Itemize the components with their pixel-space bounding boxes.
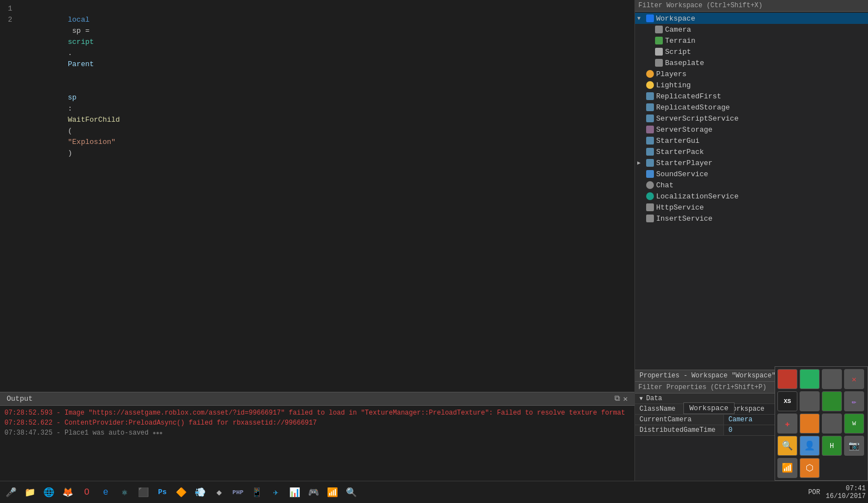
tree-item-chat[interactable]: Chat [635,180,868,191]
toolbox-btn-5[interactable]: XS [777,391,797,411]
chat-icon [646,181,654,189]
tree-item-replicatedfirst[interactable]: ReplicatedFirst [635,91,868,102]
taskbar-icon-opera[interactable]: O [78,484,96,501]
code-string: "Explosion" [68,138,116,146]
code-paren-close: ) [68,149,72,157]
toolbox-btn-18[interactable]: ⬡ [800,458,820,478]
insertservice-label: InsertService [656,215,712,223]
toolbox-btn-10[interactable] [800,414,820,434]
serverscriptservice-icon [646,114,654,122]
localizationservice-icon [646,192,654,200]
tree-item-serverstorage[interactable]: ServerStorage [635,124,868,135]
tree-item-starterpack[interactable]: StarterPack [635,146,868,157]
taskbar-icon-whatsapp[interactable]: 📱 [248,484,266,501]
tree-item-workspace[interactable]: ▼ Workspace [635,13,868,24]
toolbox-btn-12[interactable]: W [844,414,864,434]
tree-item-startergui[interactable]: StarterGui [635,135,868,146]
explorer-panel: Filter Workspace (Ctrl+Shift+X) ▼ Worksp… [635,0,868,370]
tree-item-script[interactable]: Script [635,46,868,57]
toolbox-btn-2[interactable] [800,369,820,389]
tree-item-starterplayer[interactable]: ▶ StarterPlayer [635,157,868,168]
keyword-parent: Parent [68,60,94,68]
explorer-tree[interactable]: ▼ Workspace Camera Terrain [635,12,868,370]
taskbar-icon-files[interactable]: 📁 [21,484,39,501]
taskbar-icon-unity[interactable]: ◆ [210,484,228,501]
toolbox-btn-8[interactable]: ✏ [844,391,864,411]
taskbar-icon-search[interactable]: 🔍 [343,484,360,501]
toolbox-btn-14[interactable]: 👤 [800,436,820,456]
taskbar-icon-terminal[interactable]: ⬛ [135,484,152,501]
tree-item-insertservice[interactable]: InsertService [635,213,868,224]
taskbar-icon-atom[interactable]: ⚛ [116,484,133,501]
taskbar-icon-telegram[interactable]: ✈ [267,484,285,501]
output-line-1: 07:28:52.593 - Image "https://assetgame.… [4,408,630,418]
taskbar-icon-firefox[interactable]: 🦊 [59,484,77,501]
tree-item-replicatedstorage[interactable]: ReplicatedStorage [635,102,868,113]
toolbox-btn-16[interactable]: 📷 [844,436,864,456]
lighting-label: Lighting [656,81,691,89]
taskbar-icon-ie[interactable]: e [97,484,115,501]
code-text: sp = [68,27,94,35]
output-line-2: 07:28:52.622 - ContentProvider:PreloadAs… [4,418,630,428]
code-lines[interactable]: local sp = script . Parent sp : WaitForC… [20,2,634,390]
serverscriptservice-label: ServerScriptService [656,114,738,123]
taskbar-lang: POR [805,489,824,496]
toolbox-grid: ✕ XS ✏ ✚ W 🔍 👤 H 📷 📶 ⬡ [775,366,868,481]
currentcamera-label: CurrentCamera [635,415,724,425]
toolbox-btn-4[interactable]: ✕ [844,369,864,389]
output-panel: Output ⧉ ✕ 07:28:52.593 - Image "https:/… [0,392,634,481]
toolbox-btn-1[interactable] [777,369,797,389]
taskbar-icon-taskmgr[interactable]: 📊 [286,484,304,501]
camera-icon [655,26,663,33]
tree-item-players[interactable]: Players [635,68,868,79]
taskbar: 🎤 📁 🌐 🦊 O e ⚛ ⬛ Ps 🔶 💨 ◆ PHP 📱 ✈ 📊 🎮 📶 🔍… [0,481,868,503]
toolbox-btn-3[interactable] [822,369,842,389]
tree-item-localizationservice[interactable]: LocalizationService [635,191,868,202]
taskbar-right: POR 07:41 16/10/2017 [805,485,866,500]
serverstorage-icon [646,126,654,133]
taskbar-icon-ps[interactable]: Ps [153,484,171,501]
workspace-popup-text: Workspace [690,404,728,412]
output-actions: ⧉ ✕ [614,394,628,404]
toolbox-btn-6[interactable] [800,391,820,411]
toolbox-btn-7[interactable] [822,391,842,411]
players-icon [646,70,654,78]
line-number-2: 2 [0,14,16,26]
toolbox-btn-17[interactable]: 📶 [777,458,797,478]
httpservice-icon [646,203,654,211]
close-icon[interactable]: ✕ [623,394,628,404]
explorer-filter[interactable]: Filter Workspace (Ctrl+Shift+X) [635,0,868,12]
keyword-local: local [68,16,90,24]
tree-item-baseplate[interactable]: Baseplate [635,57,868,68]
output-content: 07:28:52.593 - Image "https://assetgame.… [0,406,634,481]
toolbox-btn-15[interactable]: H [822,436,842,456]
terrain-label: Terrain [665,37,696,45]
taskbar-icon-steam[interactable]: 💨 [191,484,209,501]
taskbar-icon-mic[interactable]: 🎤 [2,484,20,501]
localizationservice-label: LocalizationService [656,192,738,201]
expand-arrow-starterplayer: ▶ [637,160,646,166]
tree-item-serverscriptservice[interactable]: ServerScriptService [635,113,868,124]
taskbar-icon-network[interactable]: 📶 [324,484,341,501]
taskbar-icon-blender[interactable]: 🔶 [172,484,190,501]
toolbox-btn-11[interactable] [822,414,842,434]
taskbar-icon-chrome[interactable]: 🌐 [40,484,58,501]
replicatedstorage-icon [646,103,654,111]
tree-item-terrain[interactable]: Terrain [635,35,868,46]
data-section-label: Data [646,395,662,402]
startergui-icon [646,137,654,145]
toolbox-btn-9[interactable]: ✚ [777,414,797,434]
taskbar-icon-roblox[interactable]: 🎮 [305,484,323,501]
taskbar-icon-php[interactable]: PHP [229,484,247,501]
tree-item-camera[interactable]: Camera [635,24,868,35]
code-content: 1 2 local sp = script . Parent sp : Wait… [0,0,634,392]
replicatedfirst-icon [646,92,654,100]
tree-item-httpservice[interactable]: HttpService [635,202,868,213]
tree-item-lighting[interactable]: Lighting [635,79,868,91]
toolbox-btn-13[interactable]: 🔍 [777,436,797,456]
line-numbers: 1 2 [0,2,20,390]
tree-item-soundservice[interactable]: SoundService [635,168,868,180]
startergui-label: StarterGui [656,137,700,145]
restore-icon[interactable]: ⧉ [614,394,620,404]
replicatedfirst-label: ReplicatedFirst [656,92,721,101]
